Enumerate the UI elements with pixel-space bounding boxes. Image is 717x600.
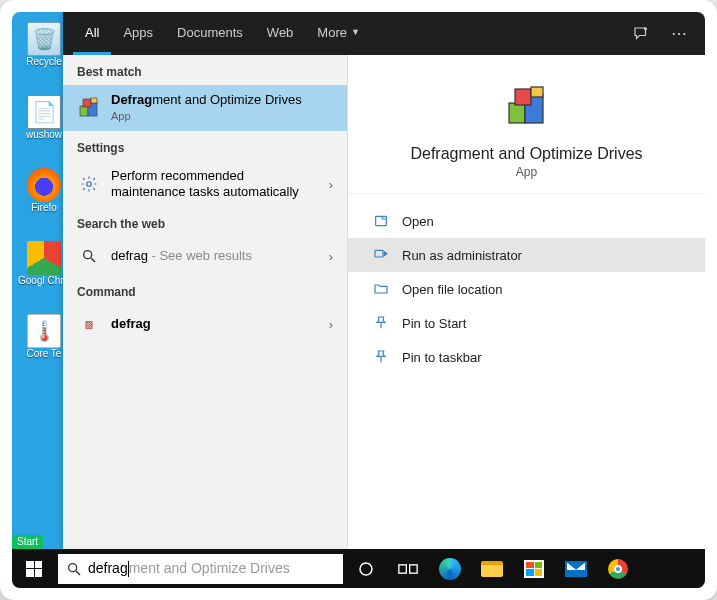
action-pin-to-taskbar[interactable]: Pin to taskbar bbox=[348, 340, 705, 374]
result-command-defrag[interactable]: ▧ defrag › bbox=[63, 305, 347, 343]
preview-title: Defragment and Optimize Drives bbox=[410, 145, 642, 163]
result-settings-maintenance[interactable]: Perform recommended maintenance tasks au… bbox=[63, 161, 347, 207]
taskbar-app-chrome[interactable] bbox=[597, 549, 639, 588]
svg-rect-8 bbox=[509, 103, 525, 123]
result-best-match[interactable]: Defragment and Optimize Drives App bbox=[63, 85, 347, 131]
start-tooltip: Start bbox=[12, 535, 43, 549]
tab-more[interactable]: More▼ bbox=[305, 12, 372, 55]
folder-icon bbox=[372, 280, 390, 298]
svg-point-16 bbox=[69, 563, 77, 571]
svg-line-17 bbox=[76, 571, 80, 575]
taskbar-app-mail[interactable] bbox=[555, 549, 597, 588]
svg-line-7 bbox=[91, 258, 95, 262]
settings-icon bbox=[77, 172, 101, 196]
section-header-settings: Settings bbox=[63, 131, 347, 161]
taskbar-app-store[interactable] bbox=[513, 549, 555, 588]
svg-rect-11 bbox=[531, 87, 543, 97]
tab-documents[interactable]: Documents bbox=[165, 12, 255, 55]
feedback-icon[interactable] bbox=[625, 12, 657, 55]
section-header-best-match: Best match bbox=[63, 55, 347, 85]
taskbar-task-view[interactable] bbox=[387, 549, 429, 588]
svg-rect-1 bbox=[80, 106, 88, 116]
taskbar-app-edge[interactable] bbox=[429, 549, 471, 588]
svg-point-18 bbox=[360, 563, 372, 575]
svg-rect-13 bbox=[375, 250, 383, 257]
pin-icon bbox=[372, 348, 390, 366]
pin-icon bbox=[372, 314, 390, 332]
run-command-icon: ▧ bbox=[77, 312, 101, 336]
coretemp-icon: 🌡️ bbox=[27, 314, 61, 348]
taskbar-app-explorer[interactable] bbox=[471, 549, 513, 588]
section-header-command: Command bbox=[63, 275, 347, 305]
search-icon bbox=[77, 244, 101, 268]
svg-point-0 bbox=[644, 27, 647, 30]
svg-rect-20 bbox=[410, 564, 418, 572]
action-run-as-admin[interactable]: Run as administrator bbox=[348, 238, 705, 272]
svg-rect-4 bbox=[91, 98, 97, 103]
svg-rect-12 bbox=[376, 216, 387, 225]
svg-point-6 bbox=[84, 251, 92, 259]
svg-rect-10 bbox=[515, 89, 531, 105]
chrome-icon bbox=[27, 241, 61, 275]
taskbar-cortana[interactable] bbox=[345, 549, 387, 588]
action-open-file-location[interactable]: Open file location bbox=[348, 272, 705, 306]
svg-point-5 bbox=[87, 182, 92, 187]
start-search-panel: Best match Defragment and Optimize Drive… bbox=[63, 12, 705, 549]
tab-all[interactable]: All bbox=[73, 12, 111, 55]
admin-shield-icon bbox=[372, 246, 390, 264]
results-list: Best match Defragment and Optimize Drive… bbox=[63, 12, 347, 549]
windows-logo-icon bbox=[26, 561, 42, 577]
result-web-search[interactable]: defrag - See web results › bbox=[63, 237, 347, 275]
start-button[interactable] bbox=[12, 549, 56, 588]
search-filter-tabs: All Apps Documents Web More▼ ⋯ bbox=[63, 12, 705, 55]
svg-rect-19 bbox=[399, 564, 407, 572]
chevron-right-icon: › bbox=[329, 249, 333, 264]
chevron-right-icon: › bbox=[329, 177, 333, 192]
more-options-icon[interactable]: ⋯ bbox=[663, 12, 695, 55]
recycle-bin-icon: 🗑️ bbox=[27, 22, 61, 56]
preview-subtitle: App bbox=[516, 165, 537, 179]
result-preview-pane: Defragment and Optimize Drives App Open … bbox=[347, 12, 705, 549]
chevron-down-icon: ▼ bbox=[351, 27, 360, 37]
action-open[interactable]: Open bbox=[348, 204, 705, 238]
taskbar-search-box[interactable]: defragment and Optimize Drives bbox=[58, 554, 343, 584]
search-icon bbox=[66, 561, 82, 577]
action-pin-to-start[interactable]: Pin to Start bbox=[348, 306, 705, 340]
chevron-right-icon: › bbox=[329, 317, 333, 332]
tab-apps[interactable]: Apps bbox=[111, 12, 165, 55]
svg-rect-3 bbox=[83, 99, 91, 107]
search-input[interactable]: defragment and Optimize Drives bbox=[88, 560, 335, 577]
defrag-icon-large bbox=[503, 83, 551, 131]
section-header-web: Search the web bbox=[63, 207, 347, 237]
taskbar: defragment and Optimize Drives bbox=[12, 549, 705, 588]
tab-web[interactable]: Web bbox=[255, 12, 306, 55]
file-icon: 📄 bbox=[27, 95, 61, 129]
open-icon bbox=[372, 212, 390, 230]
firefox-icon bbox=[27, 168, 61, 202]
defrag-icon bbox=[77, 96, 101, 120]
